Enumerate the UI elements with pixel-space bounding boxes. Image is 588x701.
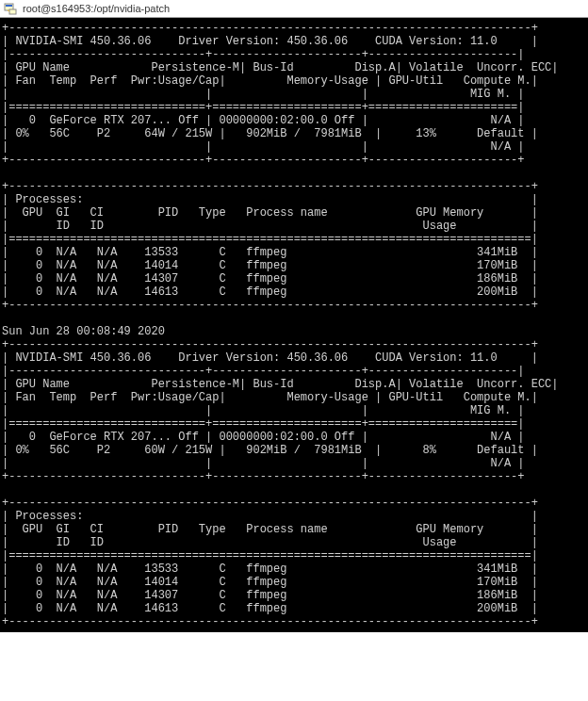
terminal-output[interactable]: +---------------------------------------… [0,17,588,632]
putty-icon [4,2,17,15]
window-titlebar: root@s164953:/opt/nvidia-patch [0,0,588,17]
svg-rect-1 [6,5,12,7]
svg-rect-2 [9,9,16,14]
window-title: root@s164953:/opt/nvidia-patch [23,3,170,14]
